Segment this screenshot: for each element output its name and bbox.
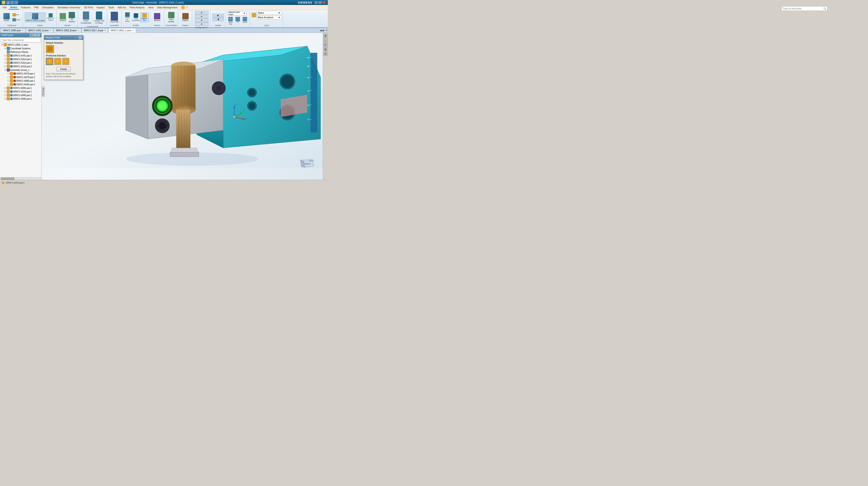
menu-datamanagement[interactable]: Data Management (155, 6, 179, 9)
tree-item-root[interactable]: ▼ SRN71-1903_C.asm (0, 43, 41, 46)
tab-close-2[interactable]: ✕ (50, 29, 51, 32)
viewport[interactable]: 60 50 40 30 20 10 (42, 33, 323, 180)
replace-part-button[interactable]: ReplacePart (141, 12, 149, 22)
right-tool-1[interactable]: ⊞ (323, 34, 328, 38)
tree-item-part1[interactable]: SRN71-6431.par:1 (0, 54, 41, 57)
qat-save[interactable]: 💾 (6, 1, 10, 4)
material-dropdown[interactable]: Black Anodized ▼ (257, 15, 281, 19)
right-tool-5[interactable]: ⊟ (323, 52, 328, 56)
solution-1-btn[interactable]: 1 (46, 58, 53, 65)
minimize-btn[interactable]: − (314, 1, 318, 4)
qat-redo[interactable]: ↷ (14, 1, 18, 4)
right-tool-2[interactable]: ↔ (323, 38, 328, 42)
tab-srn71-1903b[interactable]: SRN71-1903_B.asm ✕ (54, 28, 81, 33)
menu-inspect[interactable]: Inspect (95, 6, 106, 9)
right-tool-4[interactable]: ⊠ (323, 47, 328, 51)
view-selector-dropdown[interactable]: default,Solid Edge ▼ (227, 11, 247, 15)
pf-settings-btn[interactable]: ⚙ (33, 34, 36, 37)
modes-btn2[interactable]: ◨ (213, 18, 224, 21)
menu-tools[interactable]: Tools (106, 6, 116, 9)
modes-btn1[interactable]: ◧ (213, 14, 224, 17)
view-cube[interactable]: RIGHT BACK (300, 157, 316, 171)
solution-2-btn[interactable]: 2 (54, 58, 61, 65)
paste-button[interactable]: Paste (2, 12, 11, 23)
eye-icon-part3[interactable] (4, 62, 6, 64)
eye-icon-part6[interactable] (7, 76, 9, 78)
menu-3dprint[interactable]: 3D Print (82, 6, 95, 9)
tree-item-coordsys[interactable]: ▼ Coordinate Systems (0, 46, 41, 50)
tree-expand-group[interactable]: ▼ (4, 69, 6, 71)
tab-srn71-1000[interactable]: SRN71-1000.asm ✕ (1, 28, 25, 33)
help-icon[interactable]: ? (186, 6, 187, 9)
tab-close-5[interactable]: ✕ (132, 29, 134, 32)
menu-features[interactable]: Features (19, 6, 32, 9)
tab-close-4[interactable]: ✕ (104, 29, 106, 32)
config-btn4[interactable]: ⚙ (195, 22, 209, 26)
insert-component-button[interactable]: InsertComponent (80, 11, 92, 25)
eye-icon-part12[interactable] (4, 98, 6, 100)
pf-search-input[interactable] (1, 38, 40, 42)
pf-scroll-thumb[interactable] (1, 177, 14, 180)
eye-icon-part2[interactable] (4, 58, 6, 60)
menu-flowanalysis[interactable]: Flow Analysis (128, 6, 147, 9)
eye-icon-part4[interactable] (4, 65, 6, 67)
tree-item-part12[interactable]: SRN71-6946.par:1 (0, 97, 41, 101)
pf-close-btn[interactable]: ✕ (37, 34, 40, 37)
tab-close-3[interactable]: ✕ (78, 29, 79, 32)
menu-home[interactable]: Home (8, 5, 19, 9)
tree-item-part11[interactable]: SRN71-6945.par:1 (0, 93, 41, 97)
config-btn3[interactable]: ⚙ (195, 19, 209, 22)
tree-item-part9[interactable]: SRN71-6944.par:1 (0, 86, 41, 90)
pf-pin-btn[interactable]: 📌 (30, 34, 33, 37)
eye-icon-part7[interactable] (7, 80, 9, 82)
zoom-area-button[interactable]: 🔍 ZoomArea (227, 16, 234, 25)
tab-nav-next[interactable]: ▶ (322, 29, 324, 32)
fit-button[interactable]: Fit (234, 16, 241, 25)
tree-item-refplanes[interactable]: Reference Planes (0, 50, 41, 54)
menu-file[interactable]: File (1, 6, 8, 9)
config-btn1[interactable]: ⚙ (195, 11, 209, 14)
tree-item-part7[interactable]: SRN71-6680.par:1 (0, 79, 41, 83)
tree-item-part2[interactable]: SRN71-6314.par:1 (0, 57, 41, 61)
menu-view[interactable]: View (146, 6, 155, 9)
maximize-btn[interactable]: □ (318, 1, 322, 4)
assemble-button[interactable]: Assemble (109, 11, 120, 24)
tab-srn71-1903a[interactable]: SRN71-1903_A.asm ✕ (26, 28, 53, 33)
menu-simulation[interactable]: Simulation (40, 6, 55, 9)
qat-undo[interactable]: ↶ (10, 1, 14, 4)
tree-item-part6[interactable]: SRN71-6679.par:2 (0, 75, 41, 79)
move-on-select-button[interactable]: Move onSelect (46, 12, 55, 22)
drag-component-button[interactable]: DragComponent (132, 12, 140, 22)
config-btn2[interactable]: ⚙ (195, 14, 209, 18)
right-tool-3[interactable]: ⊡ (323, 43, 328, 47)
tab-srn71-6317a[interactable]: SRN71-6317_A.par ✕ (82, 28, 108, 33)
select-button[interactable]: SRN71-1903_C.asm (25, 12, 46, 23)
eye-icon-part8[interactable] (7, 84, 9, 85)
pattern-button[interactable]: Pattern (181, 12, 190, 23)
eye-icon-part5[interactable] (7, 73, 9, 74)
sketch-button[interactable]: Sketch (59, 12, 67, 23)
create-part-inplace-button[interactable]: Create PartIn-Place (93, 11, 105, 25)
tab-nav-prev[interactable]: ◀ (320, 29, 322, 32)
eye-icon-part10[interactable] (4, 91, 6, 93)
facerelate-button[interactable]: FaceRelate (167, 11, 176, 24)
solution-3-btn[interactable]: 3 (62, 58, 69, 65)
tree-item-part5[interactable]: SRN71-6679.par:1 (0, 72, 41, 75)
tree-item-group[interactable]: ▼ Assembly Group_1 (0, 68, 41, 72)
cut-button[interactable]: Cut (11, 12, 21, 17)
eye-icon-part11[interactable] (4, 94, 6, 96)
eye-icon-part1[interactable] (4, 55, 6, 57)
tree-item-part3[interactable]: SRN71-6310.par:1 (0, 61, 41, 65)
dialog-close-btn[interactable]: ✕ (79, 36, 82, 39)
tree-expand-root[interactable]: ▼ (1, 44, 3, 46)
pf-scrollbar[interactable] (0, 177, 41, 180)
tree-expand-coordsys[interactable]: ▼ (4, 47, 6, 50)
menu-addins[interactable]: Add Ins (116, 6, 128, 9)
tab-srn71-1903c[interactable]: SRN71-1903_C.asm ✕ (108, 28, 136, 33)
tree-item-part10[interactable]: SRN71-6318.par:1 (0, 90, 41, 93)
orient-button[interactable]: Orient (242, 16, 248, 25)
finish-button[interactable]: Finish (57, 67, 71, 71)
tree-item-part4[interactable]: SRN71-6310.par:2 (0, 65, 41, 68)
motors-button[interactable]: Motors (153, 12, 161, 23)
copy-button[interactable]: Copy (11, 18, 21, 22)
